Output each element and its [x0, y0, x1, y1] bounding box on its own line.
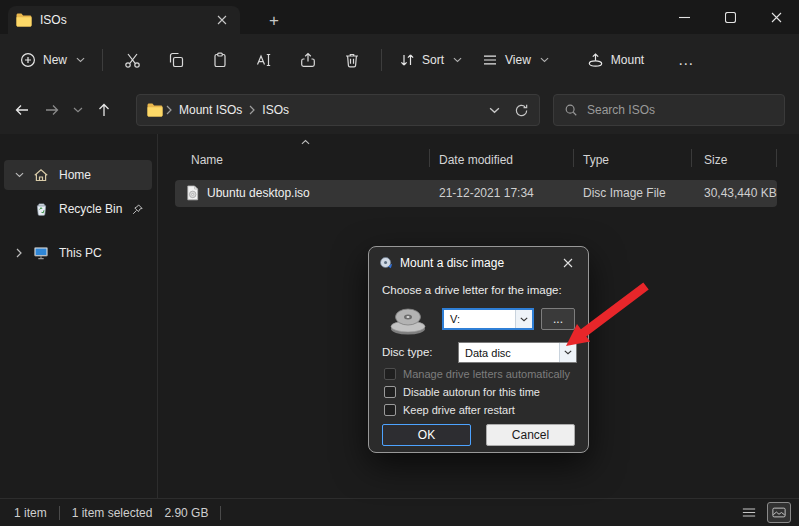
- drive-letter-select[interactable]: V:: [442, 308, 534, 330]
- copy-button[interactable]: [154, 43, 198, 77]
- dialog-title: Mount a disc image: [400, 256, 504, 270]
- selection-size: 2.90 GB: [164, 506, 208, 520]
- cancel-button[interactable]: Cancel: [486, 424, 575, 446]
- monitor-icon: [32, 245, 50, 261]
- sort-ascending-indicator-icon: [301, 139, 310, 145]
- file-type: Disc Image File: [583, 186, 666, 200]
- details-view-toggle[interactable]: [737, 502, 761, 523]
- browse-button[interactable]: ...: [541, 308, 575, 330]
- sidebar-item-label: This PC: [59, 246, 102, 260]
- chevron-right-icon[interactable]: [10, 248, 28, 258]
- address-bar[interactable]: Mount ISOs ISOs: [136, 94, 540, 126]
- checkbox-manage-drive-letters: Manage drive letters automatically: [384, 368, 570, 380]
- address-dropdown-chevron-icon[interactable]: [489, 107, 500, 114]
- column-divider[interactable]: [691, 149, 692, 167]
- minimize-button[interactable]: [661, 0, 707, 34]
- breadcrumb-mount-isos[interactable]: Mount ISOs: [175, 103, 246, 117]
- file-date-modified: 21-12-2021 17:34: [439, 186, 534, 200]
- sort-button-label: Sort: [422, 53, 444, 67]
- column-divider[interactable]: [776, 149, 777, 167]
- breadcrumb-isos[interactable]: ISOs: [258, 103, 293, 117]
- column-divider[interactable]: [573, 149, 574, 167]
- ok-button[interactable]: OK: [382, 424, 471, 446]
- ellipsis-icon: …: [678, 51, 695, 69]
- checkbox-icon: [384, 404, 396, 416]
- status-separator: [220, 506, 221, 520]
- new-tab-button[interactable]: +: [262, 9, 286, 33]
- chevron-down-icon: [559, 343, 576, 362]
- sidebar-item-label: Home: [59, 168, 91, 182]
- disc-image-file-icon: [185, 185, 200, 201]
- mount-disc-image-dialog: Mount a disc image Choose a drive letter…: [368, 246, 589, 453]
- file-size: 30,43,440 KB: [704, 186, 777, 200]
- paste-button[interactable]: [198, 43, 242, 77]
- up-button[interactable]: [90, 96, 118, 124]
- navigation-pane: Home Recycle Bin This PC: [0, 134, 158, 498]
- title-bar: ISOs +: [0, 0, 799, 34]
- file-row-selected[interactable]: Ubuntu desktop.iso 21-12-2021 17:34 Disc…: [175, 180, 777, 207]
- search-box[interactable]: [553, 94, 785, 126]
- close-button[interactable]: [753, 0, 799, 34]
- sidebar-item-recycle-bin[interactable]: Recycle Bin: [4, 194, 152, 224]
- recent-locations-button[interactable]: [68, 96, 88, 124]
- toolbar-separator: [381, 49, 382, 71]
- large-thumbnails-view-toggle[interactable]: [767, 502, 791, 523]
- drive-letter-label: Choose a drive letter for the image:: [382, 284, 562, 296]
- disc-type-label: Disc type:: [382, 346, 433, 358]
- command-bar: New: [0, 34, 799, 86]
- checkbox-keep-drive[interactable]: Keep drive after restart: [384, 404, 515, 416]
- column-header-size[interactable]: Size: [704, 153, 727, 167]
- checkbox-label: Keep drive after restart: [403, 404, 515, 416]
- maximize-button[interactable]: [707, 0, 753, 34]
- view-button-label: View: [505, 53, 531, 67]
- selection-count: 1 item selected: [72, 506, 153, 520]
- dialog-close-button[interactable]: [555, 252, 581, 274]
- sort-button[interactable]: Sort: [389, 43, 472, 77]
- share-button[interactable]: [286, 43, 330, 77]
- chevron-down-icon[interactable]: [10, 172, 28, 178]
- delete-button[interactable]: [330, 43, 374, 77]
- search-input[interactable]: [587, 103, 774, 117]
- sidebar-item-this-pc[interactable]: This PC: [4, 238, 152, 268]
- checkbox-label: Disable autorun for this time: [403, 386, 540, 398]
- checkbox-disable-autorun[interactable]: Disable autorun for this time: [384, 386, 540, 398]
- mount-button-label: Mount: [611, 53, 644, 67]
- plus-circle-icon: [20, 52, 36, 68]
- clipboard-icon: [212, 52, 228, 68]
- column-divider[interactable]: [429, 149, 430, 167]
- forward-button[interactable]: [38, 96, 66, 124]
- column-header-type[interactable]: Type: [583, 153, 609, 167]
- column-header-name[interactable]: Name: [191, 153, 223, 167]
- chevron-right-icon: [249, 105, 255, 115]
- refresh-icon[interactable]: [514, 103, 529, 118]
- tab-title: ISOs: [40, 13, 212, 27]
- mount-button[interactable]: Mount: [577, 43, 654, 77]
- share-icon: [300, 52, 316, 68]
- pin-icon: [131, 203, 144, 216]
- back-button[interactable]: [8, 96, 36, 124]
- see-more-button[interactable]: …: [664, 43, 708, 77]
- drive-letter-value: V:: [444, 310, 515, 328]
- chevron-down-icon: [76, 57, 85, 63]
- status-separator: [59, 506, 60, 520]
- file-name: Ubuntu desktop.iso: [207, 186, 310, 200]
- new-button[interactable]: New: [10, 43, 95, 77]
- status-bar: 1 item 1 item selected 2.90 GB: [0, 498, 799, 526]
- tab-close-icon[interactable]: [212, 10, 232, 30]
- window-controls: [661, 0, 799, 34]
- mount-drive-icon: [587, 52, 604, 68]
- column-header-date-modified[interactable]: Date modified: [439, 153, 513, 167]
- disc-drive-icon: [387, 303, 429, 337]
- checkbox-icon: [384, 368, 396, 380]
- disc-type-select[interactable]: Data disc: [458, 342, 577, 363]
- rename-button[interactable]: [242, 43, 286, 77]
- explorer-tab[interactable]: ISOs: [8, 6, 240, 34]
- sidebar-item-home[interactable]: Home: [4, 160, 152, 190]
- copy-icon: [168, 52, 184, 68]
- navigation-buttons: [8, 96, 118, 124]
- view-button[interactable]: View: [472, 43, 559, 77]
- cut-button[interactable]: [110, 43, 154, 77]
- sort-arrows-icon: [399, 52, 415, 68]
- new-button-label: New: [43, 53, 67, 67]
- checkbox-label: Manage drive letters automatically: [403, 368, 570, 380]
